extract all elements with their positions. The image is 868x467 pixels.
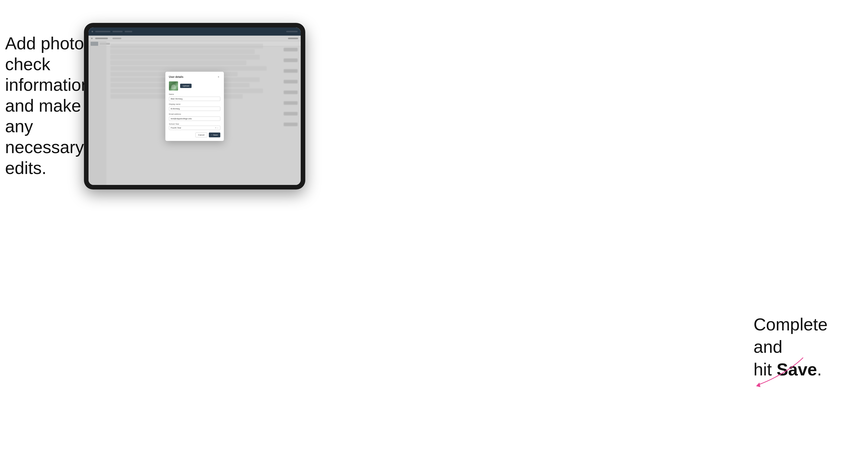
email-input[interactable] [169, 117, 220, 121]
select-clear-icon[interactable]: × [215, 127, 216, 129]
display-name-label: Display name [169, 103, 220, 105]
modal-footer: Cancel ↑ Save [169, 132, 220, 137]
save-button[interactable]: ↑ Save [209, 132, 220, 137]
cancel-button[interactable]: Cancel [195, 132, 207, 137]
school-year-select[interactable]: Fourth Year × ⌄ [169, 126, 220, 130]
tablet-device: User details × Upload Name Dis [84, 23, 305, 189]
tablet-screen: User details × Upload Name Dis [89, 28, 301, 185]
display-name-field-group: Display name [169, 103, 220, 111]
name-input[interactable] [169, 97, 220, 101]
upload-button[interactable]: Upload [180, 84, 192, 88]
photo-image [169, 82, 178, 91]
select-chevron-icon[interactable]: ⌄ [217, 127, 219, 129]
name-label: Name [169, 93, 220, 95]
modal-title-bar: User details × [169, 75, 220, 79]
school-year-value: Fourth Year [171, 127, 215, 129]
email-label: Email address [169, 113, 220, 115]
school-year-field-group: School Year Fourth Year × ⌄ [169, 123, 220, 130]
name-field-group: Name [169, 93, 220, 101]
save-label: Save [213, 134, 218, 136]
select-icons: × ⌄ [215, 127, 219, 129]
photo-area: Upload [169, 82, 220, 91]
modal-title: User details [169, 75, 183, 79]
school-year-label: School Year [169, 123, 220, 125]
photo-thumbnail [169, 82, 178, 91]
user-details-modal: User details × Upload Name Dis [165, 72, 224, 141]
right-annotation: Complete and hit Save. [753, 313, 860, 380]
modal-close-button[interactable]: × [217, 75, 220, 79]
modal-overlay[interactable]: User details × Upload Name Dis [89, 28, 301, 185]
svg-marker-1 [756, 382, 761, 387]
save-icon: ↑ [211, 134, 212, 136]
email-field-group: Email address [169, 113, 220, 121]
display-name-input[interactable] [169, 106, 220, 111]
